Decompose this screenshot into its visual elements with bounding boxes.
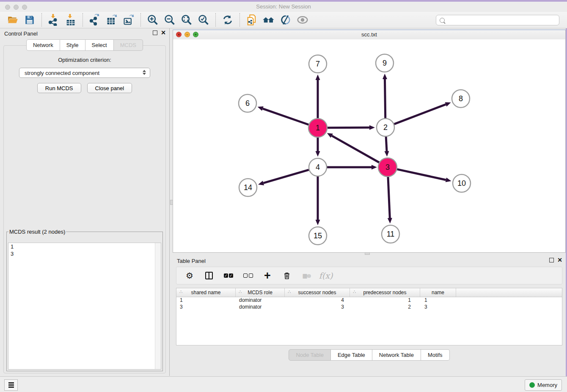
network-window-title: scc.txt — [173, 31, 565, 38]
column-header-MCDS-role[interactable]: ∴MCDS role — [236, 288, 285, 297]
table-cell[interactable]: 1 — [176, 297, 236, 304]
search-input[interactable] — [445, 17, 559, 24]
column-header-shared-name[interactable]: ∴shared name — [176, 288, 236, 297]
import-table-icon[interactable] — [62, 13, 79, 27]
column-type-icon: ∴ — [239, 289, 242, 295]
tab-network-table[interactable]: Network Table — [372, 349, 421, 361]
float-table-panel-icon[interactable] — [549, 258, 554, 262]
graph-edge-arrowhead — [316, 75, 320, 80]
open-session-icon[interactable] — [4, 13, 21, 27]
table-cell[interactable]: 3 — [285, 304, 350, 311]
memory-status-icon — [529, 382, 535, 388]
add-row-icon[interactable]: + — [262, 270, 273, 281]
tab-motifs[interactable]: Motifs — [421, 349, 450, 361]
zoom-selected-icon[interactable] — [195, 13, 212, 27]
show-graphics-details-icon[interactable] — [294, 13, 311, 27]
clone-network-icon[interactable] — [243, 13, 260, 27]
graph-edge-arrowhead — [316, 151, 320, 157]
graph-node-label: 6 — [245, 99, 250, 108]
graph-edge-3-10[interactable] — [396, 169, 446, 180]
task-history-button[interactable] — [4, 379, 18, 391]
table-cell[interactable]: dominator — [236, 304, 285, 311]
table-cell[interactable]: dominator — [236, 297, 285, 304]
tab-mcds[interactable]: MCDS — [114, 39, 143, 51]
close-table-panel-icon[interactable]: ✕ — [557, 258, 562, 262]
graph-node-label: 11 — [387, 230, 395, 238]
export-network-icon[interactable] — [86, 13, 103, 27]
column-header-name[interactable]: name — [420, 288, 456, 297]
network-canvas[interactable]: 7968124314101511 — [173, 39, 565, 252]
main-toolbar — [0, 12, 567, 28]
zoom-fit-icon[interactable] — [178, 13, 195, 27]
criterion-dropdown[interactable]: strongly connected component — [19, 68, 150, 78]
table-cell[interactable]: 3 — [420, 304, 456, 311]
graph-edge-1-6[interactable] — [263, 109, 309, 125]
column-header-successor-nodes[interactable]: ∴successor nodes — [285, 288, 350, 297]
graph-edge-4-14[interactable] — [263, 170, 308, 183]
graph-edge-2-9[interactable] — [385, 79, 385, 118]
tab-edge-table[interactable]: Edge Table — [331, 349, 372, 361]
table-panel-title: Table Panel — [177, 258, 206, 264]
export-image-icon[interactable] — [120, 13, 137, 27]
result-scrollbar[interactable] — [155, 243, 161, 369]
tab-style[interactable]: Style — [60, 39, 85, 51]
toolbar-separator — [239, 13, 240, 27]
table-cell[interactable]: 2 — [350, 304, 420, 311]
graph-edge-2-8[interactable] — [394, 105, 446, 124]
graph-edge-arrowhead — [258, 181, 264, 185]
float-panel-icon[interactable] — [153, 30, 157, 35]
column-type-icon: ∴ — [288, 289, 291, 295]
table-row[interactable]: 1dominator411 — [176, 297, 562, 304]
table-body: 1dominator4113dominator323 — [176, 297, 562, 311]
close-panel-icon[interactable]: ✕ — [161, 30, 166, 35]
control-panel-tabs: NetworkStyleSelectMCDS — [0, 39, 169, 51]
mcds-result-box: MCDS result (2 nodes) 13 — [6, 229, 163, 371]
zoom-out-icon[interactable] — [161, 13, 178, 27]
mcds-result-list[interactable]: 13 — [8, 243, 161, 370]
graph-edge-3-11[interactable] — [388, 177, 390, 218]
zoom-in-icon[interactable] — [144, 13, 161, 27]
result-line: 1 — [8, 243, 161, 250]
memory-button[interactable]: Memory — [525, 379, 562, 391]
run-mcds-button[interactable]: Run MCDS — [37, 83, 81, 93]
table-settings-gear-icon[interactable]: ⚙ — [184, 270, 195, 281]
graph-edge-3-1[interactable] — [332, 136, 380, 163]
export-table-icon[interactable] — [103, 13, 120, 27]
control-panel-title: Control Panel — [4, 30, 38, 37]
graph-edge-2-3[interactable] — [386, 137, 387, 151]
graph-edge-arrowhead — [258, 106, 264, 110]
table-cell[interactable]: 1 — [420, 297, 456, 304]
show-columns-icon[interactable] — [204, 270, 215, 281]
close-panel-button[interactable]: Close panel — [87, 83, 132, 93]
graph-node-label: 8 — [459, 94, 463, 103]
search-box[interactable] — [436, 15, 559, 25]
optimization-criterion-label: Optimization criterion: — [4, 57, 165, 63]
hide-details-icon[interactable] — [277, 13, 294, 27]
network-window-titlebar[interactable]: ✕ − + scc.txt — [173, 30, 565, 40]
graph-edge-arrowhead — [383, 74, 387, 79]
table-cell[interactable]: 3 — [176, 304, 236, 311]
toolbar-separator — [41, 13, 42, 27]
table-header-row: ∴shared name∴MCDS role∴successor nodes∴p… — [176, 288, 562, 297]
tab-select[interactable]: Select — [85, 39, 114, 51]
table-cell[interactable]: 1 — [350, 297, 420, 304]
unselect-all-icon[interactable] — [242, 270, 253, 281]
go-home-icon[interactable] — [260, 13, 277, 27]
tab-node-table[interactable]: Node Table — [289, 349, 331, 361]
toolbar-separator — [83, 13, 83, 27]
column-header-predecessor-nodes[interactable]: ∴predecessor nodes — [350, 288, 420, 297]
table-row[interactable]: 3dominator323 — [176, 304, 562, 311]
table-panel: Table Panel ✕ ⚙ ✓✓ + ▦⊗ f(x) ∴shared nam… — [173, 256, 566, 376]
graph-edge-arrowhead — [369, 125, 375, 130]
apply-layout-icon[interactable] — [219, 13, 236, 27]
delete-icon[interactable] — [281, 270, 292, 281]
import-network-icon[interactable] — [45, 13, 62, 27]
list-icon — [8, 384, 14, 385]
save-session-icon[interactable] — [21, 13, 38, 27]
node-table[interactable]: ∴shared name∴MCDS role∴successor nodes∴p… — [176, 288, 562, 345]
tab-network[interactable]: Network — [26, 39, 60, 51]
select-all-icon[interactable]: ✓✓ — [223, 270, 234, 281]
table-cell[interactable]: 4 — [285, 297, 350, 304]
graph-edge-arrowhead — [372, 165, 377, 170]
graph-edge-1-2[interactable] — [327, 127, 369, 128]
